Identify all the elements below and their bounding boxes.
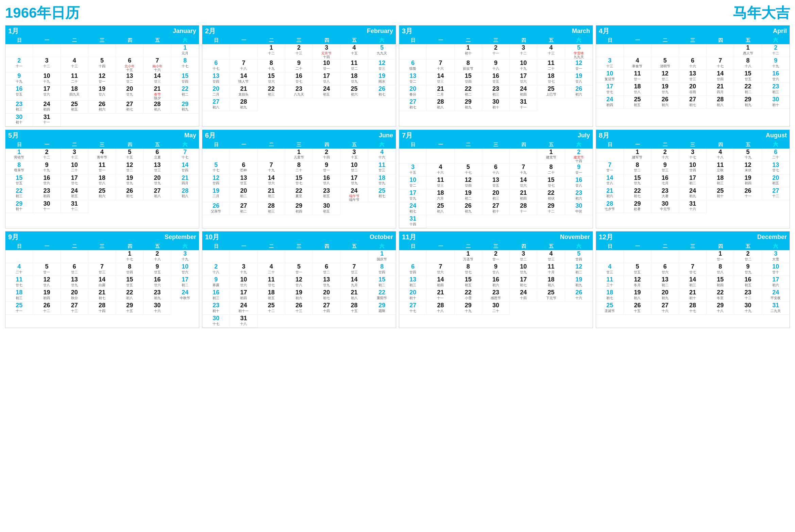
day-note-4-25: 初五 (624, 103, 650, 107)
day-cell-7-22: 22初伏 (537, 189, 565, 202)
day-note-12-21: 初十 (680, 296, 706, 300)
day-cell-12-16: 16初五 (734, 276, 762, 289)
day-cell-1-13: 13廿二 (116, 72, 143, 85)
day-note-8-23: 大暑 (652, 194, 678, 198)
day-note-9-18: 初三 (6, 296, 32, 300)
day-cell-9-4: 4二十 (5, 263, 33, 276)
day-note-10-20: 初七 (314, 296, 339, 300)
day-note-8-8: 廿二 (624, 168, 650, 172)
day-cell-12-2: 2廿二 (734, 250, 762, 263)
day-cell-11-16: 16初六 (482, 276, 510, 289)
day-note-2-13: 廿四 (203, 80, 229, 83)
day-note-7-29: 十二 (538, 209, 564, 213)
day-note-12-28: 十七 (680, 309, 706, 313)
day-cell-5-25: 25初六 (88, 187, 116, 200)
month-header-7: 7月July (399, 130, 593, 141)
day-cell-4-14: 14廿四 (707, 70, 734, 83)
day-note-6-3: 十五 (341, 155, 367, 159)
day-name-五: 五 (734, 141, 762, 149)
day-cell-7-1: 1建党节 (537, 149, 565, 164)
day-cell-8-16: 16七月 (652, 174, 679, 187)
day-note-8-22: 初七 (624, 194, 650, 198)
day-name-日: 日 (202, 141, 230, 149)
day-note-2-26: 初七 (369, 92, 395, 96)
day-cell-4-29: 29初九 (734, 96, 762, 109)
day-note-6-19: 二月 (203, 194, 229, 198)
day-cell-11-12: 12初二 (565, 263, 593, 276)
day-note-7-20: 初三 (483, 196, 509, 200)
day-cell-3-21: 21二月 (427, 85, 454, 98)
day-cell-5-3: 3十三 (61, 149, 88, 161)
day-cell-4-3: 3十三 (596, 57, 624, 70)
day-note-5-12: 廿二 (117, 168, 142, 172)
day-cell-10-22: 22重阳节 (368, 289, 396, 302)
day-name-四: 四 (510, 243, 537, 250)
day-cell-7-10: 10廿二 (399, 176, 427, 189)
day-note-6-23: 初五 (314, 194, 339, 198)
day-cell-2-25: 25初六 (340, 85, 368, 98)
day-note-5-14: 廿四 (172, 168, 198, 172)
day-cell-9-27: 27十三 (61, 302, 88, 315)
day-note-12-23: 十二 (735, 296, 761, 300)
day-name-三: 三 (88, 37, 116, 44)
empty-cell (427, 250, 454, 263)
day-cell-6-3: 3十五 (340, 149, 368, 161)
day-cell-10-17: 17初四 (230, 289, 257, 302)
day-cell-6-14: 14廿六 (258, 174, 285, 187)
en-month-1: January (173, 28, 196, 35)
day-note-6-30: 初五 (314, 209, 339, 213)
day-cell-4-19: 19廿九 (652, 83, 679, 96)
day-cell-3-3: 3十二 (510, 44, 537, 59)
day-cell-2-24: 24初五 (313, 85, 340, 98)
day-note-8-3: 十七 (680, 155, 706, 159)
day-cell-10-12: 12廿八 (285, 276, 313, 289)
day-names-row-11: 日一二三四五六 (399, 243, 593, 250)
day-cell-4-17: 17廿七 (596, 83, 624, 96)
day-note-3-2: 十一 (483, 51, 509, 55)
day-note-2-8: 十九 (258, 67, 284, 70)
day-cell-10-9: 9寒露 (202, 276, 230, 289)
day-cell-4-15: 15廿五 (734, 70, 762, 83)
day-cell-10-2: 2十八 (202, 263, 230, 276)
day-cell-12-12: 12冬月 (624, 276, 651, 289)
day-cell-4-8: 8十八 (734, 57, 762, 70)
day-note-3-8: 妇女节 (455, 67, 481, 70)
empty-cell (230, 149, 257, 161)
empty-cell (652, 250, 679, 263)
day-cell-6-12: 12廿四 (202, 174, 230, 187)
day-cell-7-14: 14廿六 (510, 176, 537, 189)
empty-cell (624, 250, 651, 263)
day-note-3-3: 十二 (510, 51, 536, 55)
cn-month-11: 11月 (402, 233, 416, 242)
cn-month-1: 1月 (8, 27, 19, 36)
day-cell-4-1: 1愚人节 (734, 44, 762, 57)
day-cell-7-4: 4十六 (427, 164, 454, 176)
day-cell-10-20: 20初七 (313, 289, 340, 302)
day-note-3-23: 初三 (483, 92, 509, 96)
day-cell-2-28: 28初九 (230, 98, 257, 111)
day-cell-11-27: 27十七 (399, 302, 427, 315)
day-note-2-14: 情人节 (231, 80, 256, 83)
day-name-四: 四 (313, 37, 340, 44)
day-name-四: 四 (510, 141, 537, 149)
day-cell-6-6: 6芒种 (230, 161, 257, 174)
day-cell-4-23: 23初三 (762, 83, 790, 96)
day-cell-10-16: 16初三 (202, 289, 230, 302)
day-cell-12-4: 4廿三 (596, 263, 624, 276)
day-note-11-12: 初二 (566, 270, 592, 274)
day-note-10-6: 廿二 (314, 270, 339, 274)
day-note-3-24: 初四 (510, 92, 536, 96)
day-cell-4-18: 18廿八 (624, 83, 651, 96)
day-cell-12-23: 23十二 (734, 289, 762, 302)
day-note-1-22: 初二 (172, 92, 198, 96)
day-note-7-24: 初七 (400, 209, 426, 213)
day-cell-4-27: 27初七 (679, 96, 707, 109)
day-cell-3-6: 6惊蛰 (399, 59, 427, 72)
empty-cell (679, 250, 707, 263)
day-note-5-1: 劳动节 (6, 155, 32, 159)
day-cell-9-20: 20秋分 (61, 289, 88, 302)
day-note-9-24: 中秋节 (172, 296, 198, 300)
day-cell-4-12: 12廿二 (652, 70, 679, 83)
day-note-11-22: 小雪 (455, 296, 481, 300)
day-cell-3-27: 27初七 (399, 98, 427, 111)
